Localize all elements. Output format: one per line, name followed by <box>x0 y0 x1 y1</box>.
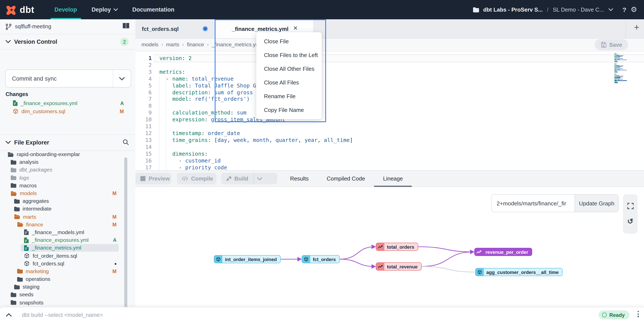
breadcrumb-item[interactable]: models <box>142 42 158 48</box>
tree-item-fct_order_items.sql[interactable]: fct_order_items.sql <box>0 252 136 260</box>
tree-item-_finance_metrics.yml[interactable]: _finance_metrics.yml <box>0 244 136 252</box>
results-tab-lineage[interactable]: Lineage <box>374 171 412 186</box>
version-control-title: Version Control <box>14 38 57 45</box>
search-icon[interactable] <box>122 139 129 145</box>
tree-item-operations[interactable]: operations <box>0 275 136 283</box>
lineage-canvas[interactable]: int_order_items_joinedfct_orderstotal_or… <box>136 186 644 307</box>
tree-item-rapid-onboarding-exemplar[interactable]: rapid-onboarding-exemplar <box>0 151 136 158</box>
file-explorer-header[interactable]: File Explorer <box>0 135 136 150</box>
menu-item-copy-file-name[interactable]: Copy File Name <box>256 103 322 117</box>
minimap-line <box>614 76 629 77</box>
tree-item-finance[interactable]: financeM <box>0 221 136 228</box>
code-editor[interactable]: 1234567891011121314151617 version: 2 met… <box>136 51 644 171</box>
help-icon[interactable]: ? <box>622 6 626 13</box>
expand-chevron-icon[interactable] <box>6 313 12 317</box>
dbt-logo[interactable]: dbt <box>6 4 34 15</box>
main-nav: DevelopDeployDocumentation <box>47 0 182 19</box>
folder-open-icon <box>17 222 23 227</box>
minimap-line <box>614 58 629 58</box>
menu-item-close-all-other-files[interactable]: Close All Other Files <box>256 62 322 76</box>
new-tab-button[interactable]: + <box>634 22 639 33</box>
code-line: time_grains: [day, week, month, quarter,… <box>160 137 353 144</box>
tree-item-logs[interactable]: logs <box>0 174 136 182</box>
nav-deploy[interactable]: Deploy <box>84 0 125 19</box>
lineage-node-fct_orders[interactable]: fct_orders <box>302 255 340 263</box>
minimap[interactable] <box>614 53 629 84</box>
tree-item-staging[interactable]: staging <box>0 283 136 291</box>
lineage-node-agg_customer_orders__all_time[interactable]: agg_customer_orders__all_time <box>475 268 562 276</box>
docs-book-icon[interactable] <box>122 23 130 29</box>
menu-item-close-files-to-the-left[interactable]: Close Files to the Left <box>256 48 322 62</box>
tree-item-intermediate[interactable]: intermediate <box>0 205 136 213</box>
model-icon <box>24 253 30 258</box>
branch-name[interactable]: sqlfluff-meeting <box>15 24 51 30</box>
panel-button-preview[interactable]: Preview <box>136 173 172 184</box>
metric-icon <box>475 248 483 255</box>
breadcrumb-separator-icon: › <box>207 42 209 48</box>
code-line: timestamp: order_date <box>160 130 353 137</box>
lineage-selector-input[interactable] <box>492 195 574 212</box>
change-file-name: _finance_exposures.yml <box>20 100 77 106</box>
tree-item-snapshots[interactable]: snapshots <box>0 299 136 306</box>
line-number: 17 <box>136 164 152 171</box>
breadcrumb-item[interactable]: _finance_metrics.yml <box>212 42 261 48</box>
change-item-dim_customers.sql[interactable]: dim_customers.sqlM <box>0 107 136 115</box>
code-line: - customer_id <box>160 157 353 164</box>
reset-view-icon[interactable]: ↺ <box>627 218 634 225</box>
more-options-kebab-icon[interactable] <box>638 311 639 317</box>
line-number: 9 <box>136 110 152 116</box>
yml-icon <box>24 230 29 235</box>
breadcrumb-item[interactable]: marts <box>166 42 179 48</box>
commit-and-sync-button[interactable]: Commit and sync <box>5 70 131 88</box>
tree-item-analysis[interactable]: analysis <box>0 158 136 166</box>
nav-documentation[interactable]: Documentation <box>125 0 182 19</box>
close-tab-icon[interactable]: ✕ <box>293 25 298 31</box>
tree-item-marts[interactable]: martsM <box>0 213 136 221</box>
project-name[interactable]: SL Demo - Dave C... <box>553 7 604 13</box>
folder-icon <box>14 199 20 203</box>
version-control-header[interactable]: Version Control 2 <box>0 34 136 49</box>
tree-item-_finance__models.yml[interactable]: _finance__models.yml <box>0 228 136 236</box>
results-tab-compiled-code[interactable]: Compiled Code <box>318 171 374 186</box>
lineage-node-revenue_per_order[interactable]: revenue_per_order <box>474 248 532 256</box>
build-icon <box>226 176 232 181</box>
tree-item-label: operations <box>26 276 50 282</box>
menu-item-rename-file[interactable]: Rename File <box>256 89 322 103</box>
folder-open-icon <box>8 152 14 157</box>
account-name[interactable]: dbt Labs - ProServ S... <box>483 7 543 13</box>
chevron-down-icon[interactable] <box>608 8 613 11</box>
node-label: total_orders <box>384 244 418 249</box>
fullscreen-icon[interactable] <box>627 203 634 209</box>
minimap-line <box>614 68 629 68</box>
menu-item-close-file[interactable]: Close File <box>256 34 322 48</box>
tree-item-macros[interactable]: macros <box>0 182 136 189</box>
panel-button-build[interactable]: Build <box>221 173 277 184</box>
commit-options-dropdown[interactable] <box>113 70 131 87</box>
tree-item-aggregates[interactable]: aggregates <box>0 197 136 205</box>
tree-item-fct_orders.sql[interactable]: fct_orders.sql• <box>0 260 136 267</box>
results-tab-results[interactable]: Results <box>281 171 318 186</box>
tree-scrollbar[interactable] <box>124 157 127 312</box>
lineage-node-total_revenue[interactable]: total_revenue <box>376 262 422 270</box>
tab-fct-orders-sql[interactable]: fct_orders.sql <box>136 19 215 38</box>
change-item-_finance_exposures.yml[interactable]: _finance_exposures.ymlA <box>0 99 136 107</box>
tree-item-seeds[interactable]: seeds <box>0 291 136 299</box>
breadcrumb: models›marts›finance›_finance_metrics.ym… <box>142 38 261 51</box>
tree-item-models[interactable]: modelsM <box>0 189 136 197</box>
settings-gear-icon[interactable]: ⚙ <box>631 5 637 14</box>
nav-develop[interactable]: Develop <box>47 0 84 19</box>
panel-button-compile[interactable]: Compile <box>177 173 216 184</box>
minimap-line <box>614 74 629 74</box>
lineage-node-int_order_items_joined[interactable]: int_order_items_joined <box>214 255 281 263</box>
tree-item-marketing[interactable]: marketingM <box>0 267 136 275</box>
save-button[interactable]: Save <box>594 39 628 50</box>
breadcrumb-item[interactable]: finance <box>187 42 204 48</box>
tree-item-_finance_exposures.yml[interactable]: _finance_exposures.ymlA <box>0 236 136 244</box>
tree-item-label: macros <box>20 183 37 189</box>
lineage-node-total_orders[interactable]: total_orders <box>376 243 418 251</box>
tree-item-dbt_packages[interactable]: dbt_packages <box>0 166 136 174</box>
menu-item-close-all-files[interactable]: Close All Files <box>256 76 322 89</box>
update-graph-button[interactable]: Update Graph <box>574 195 618 212</box>
dbt-command-input[interactable] <box>21 311 323 318</box>
build-options-dropdown[interactable] <box>254 173 266 184</box>
